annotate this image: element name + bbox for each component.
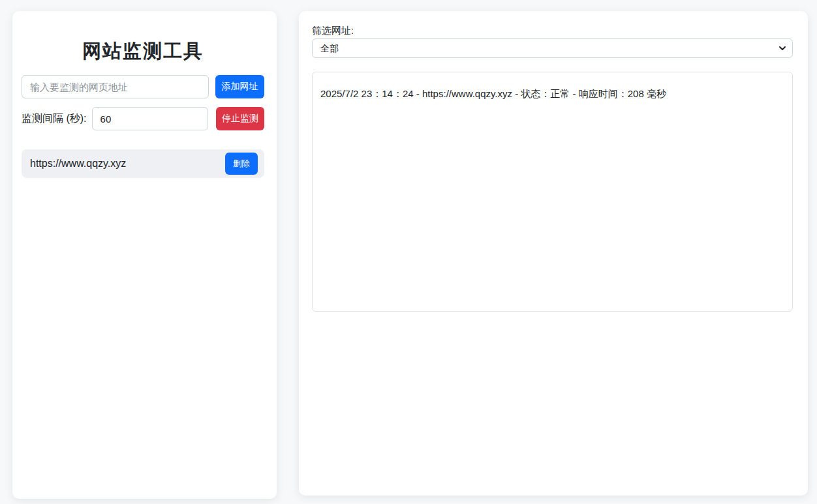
log-container: 2025/7/2 23：14：24 - https://www.qqzy.xyz… [312,72,793,312]
site-list-item: https://www.qqzy.xyz 删除 [22,149,264,178]
filter-url-label: 筛选网址: [312,24,793,37]
site-url-label: https://www.qqzy.xyz [30,158,126,170]
page-title: 网站监测工具 [22,39,264,63]
url-input[interactable] [22,75,209,98]
interval-row: 监测间隔 (秒): 停止监测 [22,107,264,130]
add-url-button[interactable]: 添加网址 [215,75,264,98]
monitor-panel: 网站监测工具 添加网址 监测间隔 (秒): 停止监测 https://www.q… [12,11,277,499]
logs-panel: 筛选网址: 全部 2025/7/2 23：14：24 - https://www… [299,11,808,496]
add-url-row: 添加网址 [22,75,264,98]
delete-site-button[interactable]: 删除 [225,153,258,175]
interval-input[interactable] [92,107,208,130]
filter-url-select[interactable]: 全部 [312,38,793,58]
stop-monitor-button[interactable]: 停止监测 [216,107,264,130]
interval-label: 监测间隔 (秒): [22,112,87,126]
log-entry: 2025/7/2 23：14：24 - https://www.qqzy.xyz… [320,87,784,100]
filter-select-wrap: 全部 [312,38,793,58]
